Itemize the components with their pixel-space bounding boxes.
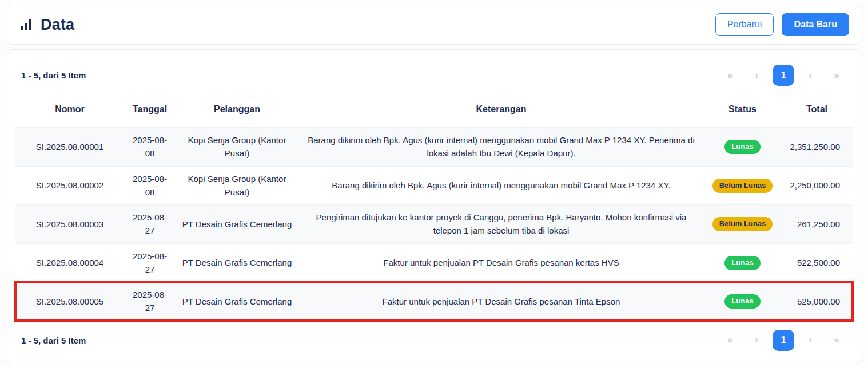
column-header-total: Total bbox=[781, 94, 853, 127]
pagination-first-button[interactable]: « bbox=[720, 330, 740, 350]
status-badge: Lunas bbox=[724, 140, 760, 154]
pagination-first-button[interactable]: « bbox=[720, 65, 740, 86]
cell-nomor: SI.2025.08.00002 bbox=[15, 166, 124, 205]
list-meta-bottom: 1 - 5, dari 5 Item « ‹ 1 › » bbox=[15, 330, 853, 351]
page-header: Data Perbarui Data Baru bbox=[6, 5, 862, 45]
list-meta-top: 1 - 5, dari 5 Item « ‹ 1 › » bbox=[15, 65, 853, 86]
table-row[interactable]: SI.2025.08.000052025-08-27PT Desain Graf… bbox=[15, 282, 853, 321]
cell-keterangan: Faktur untuk penjualan PT Desain Grafis … bbox=[298, 282, 704, 321]
pagination-prev-button[interactable]: ‹ bbox=[746, 330, 767, 350]
pagination-page-button[interactable]: 1 bbox=[773, 65, 794, 86]
status-badge: Belum Lunas bbox=[712, 217, 773, 231]
column-header-status: Status bbox=[704, 94, 781, 127]
cell-pelanggan: PT Desain Grafis Cemerlang bbox=[176, 243, 298, 282]
title-wrap: Data bbox=[19, 16, 74, 34]
cell-tanggal: 2025-08-27 bbox=[124, 282, 176, 321]
table-body: SI.2025.08.000012025-08-08Kopi Senja Gro… bbox=[15, 127, 853, 321]
pagination-next-button[interactable]: › bbox=[800, 65, 821, 86]
column-header-tanggal: Tanggal bbox=[124, 94, 176, 127]
pagination-top: « ‹ 1 › » bbox=[720, 65, 847, 86]
cell-tanggal: 2025-08-08 bbox=[124, 166, 176, 205]
cell-nomor: SI.2025.08.00001 bbox=[15, 127, 124, 166]
cell-status: Belum Lunas bbox=[704, 166, 781, 205]
cell-keterangan: Barang dikirim oleh Bpk. Agus (kurir int… bbox=[298, 166, 704, 205]
cell-tanggal: 2025-08-27 bbox=[124, 243, 176, 282]
cell-nomor: SI.2025.08.00003 bbox=[15, 204, 124, 243]
table-row[interactable]: SI.2025.08.000022025-08-08Kopi Senja Gro… bbox=[15, 166, 853, 205]
cell-pelanggan: PT Desain Grafis Cemerlang bbox=[176, 282, 298, 321]
pagination-next-button[interactable]: › bbox=[800, 330, 821, 350]
cell-total: 525,000.00 bbox=[781, 282, 853, 321]
cell-pelanggan: Kopi Senja Group (Kantor Pusat) bbox=[176, 127, 298, 166]
cell-status: Lunas bbox=[704, 282, 781, 321]
data-table-card: 1 - 5, dari 5 Item « ‹ 1 › » Nomor Tangg… bbox=[6, 49, 862, 364]
cell-tanggal: 2025-08-08 bbox=[124, 127, 176, 166]
cell-tanggal: 2025-08-27 bbox=[124, 204, 176, 243]
cell-pelanggan: PT Desain Grafis Cemerlang bbox=[176, 204, 298, 243]
pagination-last-button[interactable]: » bbox=[826, 65, 847, 86]
table-row[interactable]: SI.2025.08.000042025-08-27PT Desain Graf… bbox=[15, 243, 853, 282]
bar-chart-icon bbox=[19, 17, 34, 32]
cell-keterangan: Faktur untuk penjualan PT Desain Grafis … bbox=[298, 243, 704, 282]
cell-status: Lunas bbox=[704, 243, 781, 282]
pagination-bottom: « ‹ 1 › » bbox=[720, 330, 847, 351]
cell-nomor: SI.2025.08.00005 bbox=[15, 282, 124, 321]
column-header-pelanggan: Pelanggan bbox=[176, 94, 298, 127]
table-header: Nomor Tanggal Pelanggan Keterangan Statu… bbox=[15, 94, 853, 127]
pagination-page-button[interactable]: 1 bbox=[773, 330, 794, 351]
header-actions: Perbarui Data Baru bbox=[715, 13, 849, 36]
data-table: Nomor Tanggal Pelanggan Keterangan Statu… bbox=[15, 94, 853, 321]
cell-total: 2,250,000.00 bbox=[781, 166, 853, 205]
item-summary: 1 - 5, dari 5 Item bbox=[21, 70, 86, 80]
table-row[interactable]: SI.2025.08.000012025-08-08Kopi Senja Gro… bbox=[15, 127, 853, 166]
cell-keterangan: Barang dikirim oleh Bpk. Agus (kurir int… bbox=[298, 127, 704, 166]
new-data-button[interactable]: Data Baru bbox=[782, 13, 849, 36]
table-row[interactable]: SI.2025.08.000032025-08-27PT Desain Graf… bbox=[15, 204, 853, 243]
cell-status: Belum Lunas bbox=[704, 204, 781, 243]
cell-total: 261,250.00 bbox=[781, 204, 853, 243]
pagination-last-button[interactable]: » bbox=[826, 330, 847, 350]
status-badge: Belum Lunas bbox=[712, 179, 773, 193]
refresh-button[interactable]: Perbarui bbox=[715, 13, 774, 36]
column-header-keterangan: Keterangan bbox=[298, 94, 704, 127]
pagination-prev-button[interactable]: ‹ bbox=[746, 65, 767, 86]
cell-pelanggan: Kopi Senja Group (Kantor Pusat) bbox=[176, 166, 298, 205]
item-summary: 1 - 5, dari 5 Item bbox=[21, 336, 86, 345]
cell-total: 2,351,250.00 bbox=[781, 127, 853, 166]
page-title: Data bbox=[41, 16, 74, 34]
cell-status: Lunas bbox=[704, 127, 781, 166]
status-badge: Lunas bbox=[724, 256, 760, 270]
cell-nomor: SI.2025.08.00004 bbox=[15, 243, 124, 282]
cell-total: 522,500.00 bbox=[781, 243, 853, 282]
column-header-nomor: Nomor bbox=[15, 94, 124, 127]
cell-keterangan: Pengiriman ditujukan ke kantor proyek di… bbox=[298, 204, 704, 243]
status-badge: Lunas bbox=[724, 294, 760, 309]
